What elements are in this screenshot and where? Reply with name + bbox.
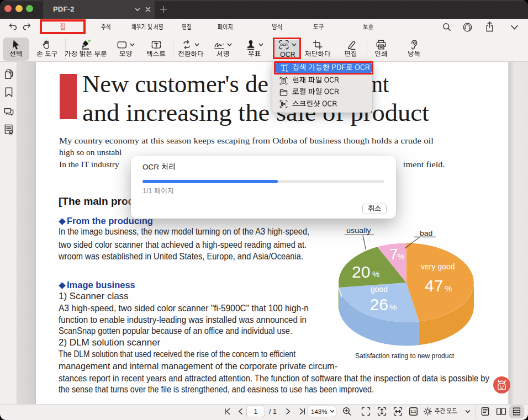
svg-text:47: 47 [425,277,443,295]
svg-text:26: 26 [370,295,388,313]
svg-text:7: 7 [390,246,398,263]
svg-text:%: % [398,252,404,261]
svg-text:%: % [372,269,379,279]
svg-text:good: good [371,285,388,294]
svg-text:1:1: 1:1 [411,410,416,413]
svg-text:%: % [389,302,397,312]
svg-text:%: % [445,284,452,293]
svg-text:20: 20 [352,263,370,281]
svg-text:very good: very good [421,262,455,271]
